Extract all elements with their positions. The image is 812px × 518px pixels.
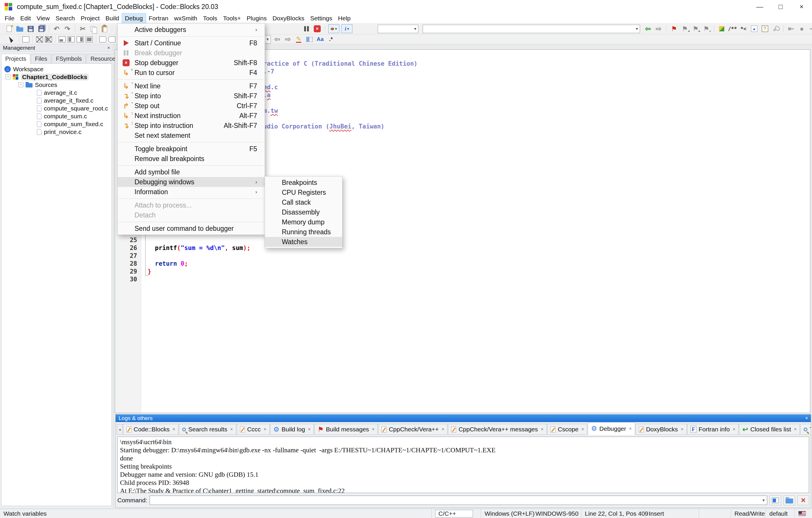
match-case-button[interactable]: Aa	[316, 35, 324, 43]
information-dropdown-button[interactable]: i▾	[341, 24, 352, 33]
tab-build-log[interactable]: ⚙Build log×	[270, 424, 314, 435]
submenu-item-disassembly[interactable]: Disassembly	[265, 207, 342, 217]
tab-close-icon[interactable]: ×	[581, 427, 584, 432]
tab-debugger[interactable]: ⚙Debugger×	[588, 422, 635, 435]
logs-close-icon[interactable]: ×	[805, 416, 808, 421]
layout-tool-button-6[interactable]	[77, 36, 84, 43]
break-debugger-button[interactable]	[302, 25, 311, 33]
tab-cppcheck-messages[interactable]: CppCheck/Vera++ messages×	[448, 424, 547, 435]
menu-debug[interactable]: Debug	[122, 13, 146, 23]
next-bookmark-button[interactable]: ⚑▸	[691, 25, 700, 33]
menu-tools[interactable]: Tools	[200, 13, 220, 23]
menu-doxyblocks[interactable]: DoxyBlocks	[270, 13, 308, 23]
open-file-button[interactable]	[16, 25, 24, 33]
toggle-bookmark-button[interactable]: ⚑	[670, 25, 678, 33]
menu-fortran[interactable]: Fortran	[146, 13, 171, 23]
menu-item-stop-debugger[interactable]: ×Stop debuggerShift-F8	[118, 58, 265, 68]
menu-view[interactable]: View	[34, 13, 53, 23]
tab-projects[interactable]: Projects	[1, 54, 30, 64]
redo-button[interactable]: ↷	[63, 25, 72, 33]
menu-help[interactable]: Help	[335, 13, 353, 23]
pointer-tool-button[interactable]	[7, 35, 16, 43]
language-box[interactable]: C/C++	[435, 510, 473, 517]
menu-item-remove-all-breakpoints[interactable]: Remove all breakpoints	[118, 154, 265, 164]
maximize-button[interactable]: □	[770, 0, 791, 13]
incsearch-first-button[interactable]: ⇤	[787, 25, 795, 33]
menu-item-detach[interactable]: Detach	[118, 210, 265, 220]
tab-close-icon[interactable]: ×	[794, 427, 796, 432]
menu-edit[interactable]: Edit	[18, 13, 34, 23]
doxygen-line-comment-button[interactable]: *<	[739, 25, 748, 33]
search-next-button[interactable]: ⇨	[284, 35, 292, 43]
layout-tool-button-1[interactable]	[22, 36, 29, 43]
incsearch-current-button[interactable]: ●	[798, 25, 806, 33]
menu-item-attach-to-process[interactable]: Attach to process...	[118, 200, 265, 210]
menu-item-next-line[interactable]: ↳▪Next lineF7	[118, 81, 265, 91]
menu-search[interactable]: Search	[53, 13, 78, 23]
clear-log-button[interactable]: ×	[798, 495, 809, 505]
submenu-item-memory-dump[interactable]: Memory dump	[265, 217, 342, 227]
menu-item-step-into-instruction[interactable]: ↴:Step into instructionAlt-Shift-F7	[118, 120, 265, 131]
debug-window-button[interactable]	[770, 495, 781, 505]
menu-item-start-continue[interactable]: Start / ContinueF8	[118, 38, 265, 48]
tree-item-workspace[interactable]: ⌂ Workspace	[1, 65, 112, 73]
menu-item-send-user-command[interactable]: Send user command to debugger	[118, 223, 265, 234]
build-target-combobox[interactable]	[378, 25, 418, 33]
tab-close-icon[interactable]: ×	[681, 427, 683, 432]
menu-item-debugging-windows[interactable]: Debugging windows›	[118, 177, 265, 187]
menu-tools-plus[interactable]: Tools+	[220, 13, 244, 23]
menu-project[interactable]: Project	[78, 13, 103, 23]
collapse-icon[interactable]: −	[5, 75, 10, 79]
incsearch-last-button[interactable]: ⇥	[808, 25, 812, 33]
menu-item-break-debugger[interactable]: Break debugger	[118, 48, 265, 58]
cccc-button[interactable]: ●	[750, 25, 758, 33]
debugging-windows-dropdown-button[interactable]: ▾	[328, 24, 339, 33]
menu-item-step-into[interactable]: ↴▪Step intoShift-F7	[118, 91, 265, 101]
tree-item-file[interactable]: compute_square_root.c	[1, 104, 112, 112]
tab-files[interactable]: Files	[31, 54, 51, 64]
tab-search-results[interactable]: Search results×	[179, 424, 236, 435]
previous-bookmark-button[interactable]: ⚑◂	[680, 25, 689, 33]
tree-item-file[interactable]: average_it.c	[1, 89, 112, 97]
selected-only-button[interactable]	[305, 35, 314, 43]
highlight-occurrences-button[interactable]: ✎	[294, 35, 303, 43]
layout-tool-button-4[interactable]	[59, 36, 66, 43]
menu-item-active-debuggers[interactable]: Active debuggers›	[118, 25, 265, 35]
menu-file[interactable]: File	[2, 13, 18, 23]
close-button[interactable]: ×	[791, 0, 812, 13]
browse-back-button[interactable]: ⇦	[643, 25, 652, 33]
submenu-item-watches[interactable]: Watches	[265, 237, 342, 247]
layout-tool-button-3[interactable]	[45, 36, 52, 43]
save-button[interactable]	[26, 25, 35, 33]
layout-tool-button-2[interactable]	[36, 36, 43, 43]
menu-item-step-out[interactable]: ↱▪Step outCtrl-F7	[118, 101, 265, 111]
menu-item-set-next-statement[interactable]: Set next statement	[118, 131, 265, 140]
tree-item-sources[interactable]: − Sources	[1, 81, 112, 89]
tab-fsymbols[interactable]: FSymbols	[52, 54, 86, 64]
menu-item-toggle-breakpoint[interactable]: Toggle breakpointF5	[118, 144, 265, 154]
tab-close-icon[interactable]: ×	[230, 427, 233, 432]
paste-button[interactable]	[100, 25, 109, 33]
tree-item-file[interactable]: average_it_fixed.c	[1, 97, 112, 104]
layout-tool-button-9[interactable]	[108, 36, 115, 43]
copy-button[interactable]	[89, 25, 98, 33]
help-button[interactable]: ?	[761, 25, 769, 33]
tree-item-file[interactable]: print_novice.c	[1, 128, 112, 136]
settings-button[interactable]	[771, 25, 780, 33]
tab-doxyblocks[interactable]: DoxyBlocks×	[636, 424, 687, 435]
submenu-item-breakpoints[interactable]: Breakpoints	[265, 178, 342, 188]
cut-button[interactable]: ✂	[79, 25, 87, 33]
tree-item-project[interactable]: − Chapter1_CodeBlocks	[1, 73, 112, 81]
menu-settings[interactable]: Settings	[308, 13, 335, 23]
tree-item-file[interactable]: compute_sum.c	[1, 112, 112, 120]
tab-cccc[interactable]: Cccc×	[237, 424, 270, 435]
tab-closed-files-list[interactable]: ↩Closed files list×	[739, 424, 800, 435]
layout-tool-button-7[interactable]	[86, 36, 93, 43]
doxygen-block-comment-button[interactable]: /**	[728, 25, 737, 33]
stop-debugger-button[interactable]: ×	[313, 25, 322, 33]
tab-close-icon[interactable]: ×	[442, 427, 444, 432]
management-close-icon[interactable]: ×	[107, 45, 110, 51]
submenu-item-call-stack[interactable]: Call stack	[265, 197, 342, 207]
tab-cscope[interactable]: Cscope×	[547, 424, 587, 435]
menu-item-add-symbol-file[interactable]: Add symbol file	[118, 167, 265, 177]
